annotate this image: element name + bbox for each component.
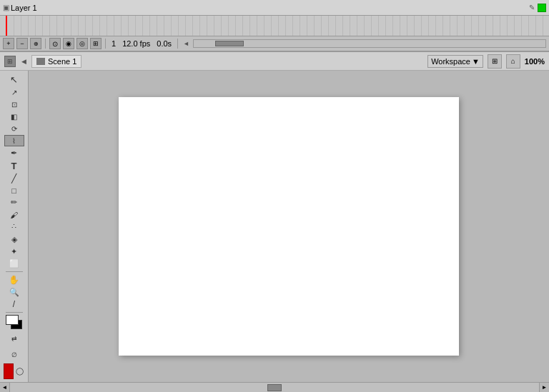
spray-tool-btn[interactable]: ∴ [4, 221, 24, 233]
subselect-tool-btn[interactable]: ↗ [4, 86, 24, 98]
main-content: ↖ ↗ ⊡ ◧ ⟳ ⌇ ✒ T ╱ □ ✏ 🖌 ∴ ◈ ✦ ⬜ ✋ 🔍 / ⇄ … [0, 71, 549, 382]
layer-name-label: Layer 1 [11, 4, 529, 12]
onion-outlines-btn[interactable]: ◎ [76, 38, 88, 49]
arrow-tool-btn[interactable]: ↖ [4, 74, 24, 86]
scene-settings-btn[interactable]: ⊞ [4, 56, 16, 67]
free-transform-tool-btn[interactable]: ⊡ [4, 99, 24, 110]
swap-colors-btn[interactable]: ⇄ [4, 331, 24, 346]
pencil-tool-btn[interactable]: ✏ [4, 197, 24, 208]
fill-color-swatch[interactable] [6, 315, 19, 325]
h-scroll-right-btn[interactable]: ► [539, 383, 549, 393]
scene-tab[interactable]: Scene 1 [31, 55, 81, 68]
left-toolbar: ↖ ↗ ⊡ ◧ ⟳ ⌇ ✒ T ╱ □ ✏ 🖌 ∴ ◈ ✦ ⬜ ✋ 🔍 / ⇄ … [0, 71, 29, 382]
canvas-area[interactable] [29, 71, 549, 382]
frame-track[interactable] [0, 16, 549, 36]
lasso-tool-btn[interactable]: ⌇ [4, 135, 24, 146]
workspace-icon1: ⊞ [492, 57, 498, 65]
3d-rotation-tool-btn[interactable]: ⟳ [4, 123, 24, 134]
zoom-level: 100% [525, 57, 545, 66]
tool-pair-bottom: ◯ [4, 363, 25, 379]
layer-icon: ▣ [3, 4, 9, 11]
ctrl-sep2 [105, 39, 106, 49]
fps-display: 12.0 fps [120, 39, 152, 48]
scene-bar: ⊞ ◀ Scene 1 Workspace ▼ ⊞ ⌂ 100% [0, 52, 549, 71]
workspace-icon2: ⌂ [511, 57, 515, 65]
timeline-controls: + − ⊕ ⊙ ◉ ◎ ⊞ 1 12.0 fps 0.0s ◄ [0, 36, 549, 51]
pen-tool-btn[interactable]: ✒ [4, 147, 24, 159]
ctrl-sep1 [45, 39, 46, 49]
timeline-frames[interactable] [0, 16, 549, 36]
nav-back-btn[interactable]: ◀ [19, 56, 29, 66]
delete-layer-btn[interactable]: − [16, 38, 28, 49]
scene-bar-right: Workspace ▼ ⊞ ⌂ 100% [427, 54, 545, 69]
timeline-area: ▣ Layer 1 ✎ + − ⊕ ⊙ ◉ ◎ ⊞ 1 12.0 fps 0.0… [0, 0, 549, 52]
bottom-scrollbar: ◄ ► [0, 382, 549, 392]
canvas-stage[interactable] [119, 97, 459, 356]
toolbar-separator [6, 271, 23, 272]
layer-visibility-square [538, 4, 546, 12]
eyedropper-tool-btn[interactable]: ✦ [4, 246, 24, 257]
ctrl-sep3 [177, 39, 178, 49]
eraser-tool-btn[interactable]: ⬜ [4, 258, 24, 269]
workspace-dropdown[interactable]: Workspace ▼ [427, 55, 483, 68]
scene-tab-label: Scene 1 [48, 57, 76, 66]
playhead-line [6, 16, 6, 36]
timeline-header: ▣ Layer 1 ✎ [0, 0, 549, 16]
timeline-scroll-left[interactable]: ◄ [182, 40, 191, 47]
paint-bucket-tool-btn[interactable]: ◈ [4, 233, 24, 245]
scene-bar-left: ⊞ ◀ Scene 1 [4, 55, 81, 68]
gradient-tool-btn[interactable]: ◧ [4, 111, 24, 122]
toolbar-separator2 [6, 312, 23, 313]
line-tool-btn[interactable]: ╱ [4, 173, 24, 184]
tool-btn-pair-1[interactable] [4, 363, 14, 379]
rect-tool-btn[interactable]: □ [4, 185, 24, 196]
workspace-btn1[interactable]: ⊞ [488, 54, 502, 69]
tool-btn-pair-2[interactable]: ◯ [15, 363, 25, 379]
text-tool-btn[interactable]: T [4, 160, 24, 172]
layer-edit-icon[interactable]: ✎ [529, 4, 535, 11]
workspace-label: Workspace [431, 57, 470, 66]
timeline-scrollbar[interactable] [193, 39, 546, 48]
edit-multiple-btn[interactable]: ⊞ [90, 38, 102, 49]
timeline-scrollbar-thumb [215, 41, 244, 46]
time-display: 0.0s [154, 39, 174, 48]
workspace-btn2[interactable]: ⌂ [506, 54, 520, 69]
guide-btn[interactable]: ⊕ [30, 38, 41, 49]
rotate-tool-btn[interactable]: / [4, 298, 24, 310]
h-scroll-left-btn[interactable]: ◄ [0, 383, 10, 393]
color-swatches-area[interactable] [4, 315, 24, 327]
frame-number: 1 [109, 39, 118, 48]
zoom-tool-btn[interactable]: 🔍 [4, 286, 24, 298]
hand-tool-btn[interactable]: ✋ [4, 274, 24, 286]
bottom-tool-group: ⇄ ∅ ◯ [4, 331, 25, 379]
scene-tab-icon [36, 58, 45, 65]
center-frame-btn[interactable]: ⊙ [49, 38, 61, 49]
workspace-dropdown-arrow: ▼ [472, 57, 480, 66]
h-scroll-track[interactable] [10, 383, 539, 393]
onion-skin-btn[interactable]: ◉ [63, 38, 74, 49]
no-color-btn[interactable]: ∅ [4, 347, 24, 363]
new-layer-btn[interactable]: + [3, 38, 14, 49]
h-scroll-thumb [267, 384, 282, 391]
brush-tool-btn[interactable]: 🖌 [4, 209, 24, 221]
